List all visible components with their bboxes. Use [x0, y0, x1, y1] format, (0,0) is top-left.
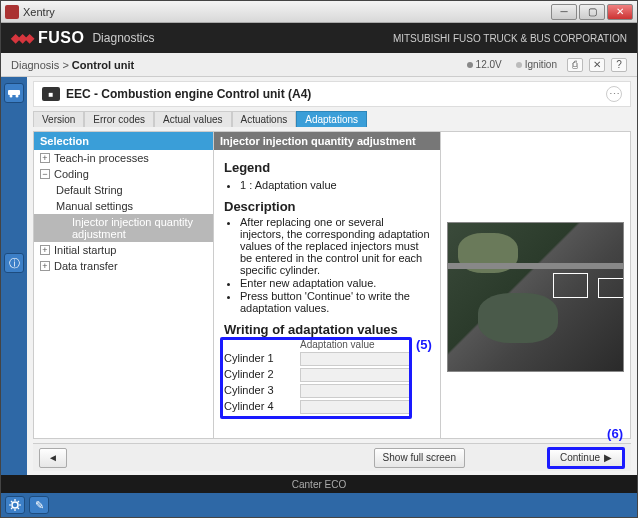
- status-text: Canter ECO: [292, 479, 346, 490]
- tree-label: Initial startup: [54, 244, 116, 256]
- tab-actual-values[interactable]: Actual values: [154, 111, 231, 127]
- breadcrumb: Diagnosis > Control unit: [11, 59, 457, 71]
- cylinder-3-input[interactable]: [300, 384, 410, 398]
- description-heading: Description: [224, 199, 430, 214]
- window-title: Xentry: [23, 6, 551, 18]
- cylinder-label: Cylinder 4: [224, 400, 294, 414]
- legend-heading: Legend: [224, 160, 430, 175]
- cylinder-2-input[interactable]: [300, 368, 410, 382]
- cylinder-label: Cylinder 1: [224, 352, 294, 366]
- tree-label: Teach-in processes: [54, 152, 149, 164]
- tree-label: Manual settings: [56, 200, 133, 212]
- tree-label: Data transfer: [54, 260, 118, 272]
- battery-icon: [467, 62, 473, 68]
- svg-point-2: [16, 95, 19, 98]
- legend-item: 1 : Adaptation value: [240, 179, 430, 191]
- ignition-status: Ignition: [512, 59, 561, 70]
- rail-settings-icon[interactable]: [5, 496, 25, 514]
- tab-actuations[interactable]: Actuations: [232, 111, 297, 127]
- continue-button[interactable]: Continue ▶: [547, 447, 625, 469]
- help-icon[interactable]: ?: [611, 58, 627, 72]
- app-window: Xentry ─ ▢ ✕ ◆◆◆ FUSO Diagnostics MITSUB…: [0, 0, 638, 518]
- column-header: Adaptation value: [300, 339, 410, 350]
- bottom-rail: ✎: [1, 493, 637, 517]
- top-strip: Diagnosis > Control unit 12.0V Ignition …: [1, 53, 637, 77]
- voltage-status: 12.0V: [463, 59, 506, 70]
- close-button[interactable]: ✕: [607, 4, 633, 20]
- app-icon: [5, 5, 19, 19]
- status-bar: Canter ECO: [1, 475, 637, 493]
- collapse-icon[interactable]: −: [40, 169, 50, 179]
- expand-icon[interactable]: +: [40, 153, 50, 163]
- button-label: Continue: [560, 452, 600, 463]
- tab-error-codes[interactable]: Error codes: [84, 111, 154, 127]
- svg-rect-0: [8, 90, 20, 95]
- description-item: After replacing one or several injectors…: [240, 216, 430, 276]
- page-more-icon[interactable]: ⋯: [606, 86, 622, 102]
- breadcrumb-root[interactable]: Diagnosis: [11, 59, 59, 71]
- rail-vehicle-icon[interactable]: [4, 83, 24, 103]
- writing-heading: Writing of adaptation values: [224, 322, 430, 337]
- detail-content: Legend 1 : Adaptation value Description …: [214, 150, 440, 438]
- ignition-label: Ignition: [525, 59, 557, 70]
- tree-initial-startup[interactable]: + Initial startup: [34, 242, 213, 258]
- brand-logo-icon: ◆◆◆: [11, 31, 32, 45]
- tab-version[interactable]: Version: [33, 111, 84, 127]
- image-highlight: [598, 278, 624, 298]
- ignition-icon: [516, 62, 522, 68]
- page-title: EEC - Combustion engine Control unit (A4…: [66, 87, 606, 101]
- brand-subtitle: Diagnostics: [92, 31, 154, 45]
- titlebar: Xentry ─ ▢ ✕: [1, 1, 637, 23]
- tree-default-string[interactable]: Default String: [34, 182, 213, 198]
- print-icon[interactable]: ⎙: [567, 58, 583, 72]
- cylinder-label: Cylinder 2: [224, 368, 294, 382]
- image-panel: [440, 132, 630, 438]
- svg-point-1: [10, 95, 13, 98]
- minimize-button[interactable]: ─: [551, 4, 577, 20]
- tab-row: Version Error codes Actual values Actuat…: [33, 111, 631, 127]
- tools-icon[interactable]: ✕: [589, 58, 605, 72]
- tree-data-transfer[interactable]: + Data transfer: [34, 258, 213, 274]
- scroll-left-button[interactable]: ◄: [39, 448, 67, 468]
- engine-image: [447, 222, 624, 372]
- selection-tree: + Teach-in processes − Coding Default St…: [34, 150, 213, 274]
- adaptation-table: Adaptation value Cylinder 1 Cylinder 2 C…: [224, 339, 424, 414]
- maximize-button[interactable]: ▢: [579, 4, 605, 20]
- tree-label: Injector injection quantity adjustment: [72, 216, 209, 240]
- rail-tool-icon[interactable]: ✎: [29, 496, 49, 514]
- brand-name: FUSO: [38, 29, 84, 47]
- ecu-icon: ■: [42, 87, 60, 101]
- tree-manual-settings[interactable]: Manual settings: [34, 198, 213, 214]
- play-icon: ▶: [604, 452, 612, 463]
- image-highlight: [553, 273, 588, 298]
- cylinder-4-input[interactable]: [300, 400, 410, 414]
- selection-header: Selection: [34, 132, 213, 150]
- footer-bar: ◄ Show full screen Continue ▶ (6): [33, 443, 631, 471]
- voltage-value: 12.0V: [476, 59, 502, 70]
- brand-bar: ◆◆◆ FUSO Diagnostics MITSUBISHI FUSO TRU…: [1, 23, 637, 53]
- breadcrumb-current: Control unit: [72, 59, 134, 71]
- tree-coding[interactable]: − Coding: [34, 166, 213, 182]
- left-rail: ⓘ: [1, 77, 27, 475]
- expand-icon[interactable]: +: [40, 261, 50, 271]
- show-full-screen-button[interactable]: Show full screen: [374, 448, 465, 468]
- detail-panel: Injector injection quantity adjustment L…: [214, 132, 440, 438]
- page-header: ■ EEC - Combustion engine Control unit (…: [33, 81, 631, 107]
- description-item: Enter new adaptation value.: [240, 277, 430, 289]
- svg-point-3: [12, 502, 18, 508]
- cylinder-1-input[interactable]: [300, 352, 410, 366]
- tree-label: Coding: [54, 168, 89, 180]
- expand-icon[interactable]: +: [40, 245, 50, 255]
- tab-adaptations[interactable]: Adaptations: [296, 111, 367, 127]
- button-label: Show full screen: [383, 452, 456, 463]
- cylinder-label: Cylinder 3: [224, 384, 294, 398]
- detail-header: Injector injection quantity adjustment: [214, 132, 440, 150]
- description-item: Press button 'Continue' to write the ada…: [240, 290, 430, 314]
- tree-teach-in[interactable]: + Teach-in processes: [34, 150, 213, 166]
- brand-corp: MITSUBISHI FUSO TRUCK & BUS CORPORATION: [393, 33, 627, 44]
- tree-injector-adjustment[interactable]: Injector injection quantity adjustment: [34, 214, 213, 242]
- rail-info-icon[interactable]: ⓘ: [4, 253, 24, 273]
- tree-label: Default String: [56, 184, 123, 196]
- selection-panel: Selection + Teach-in processes − Coding …: [34, 132, 214, 438]
